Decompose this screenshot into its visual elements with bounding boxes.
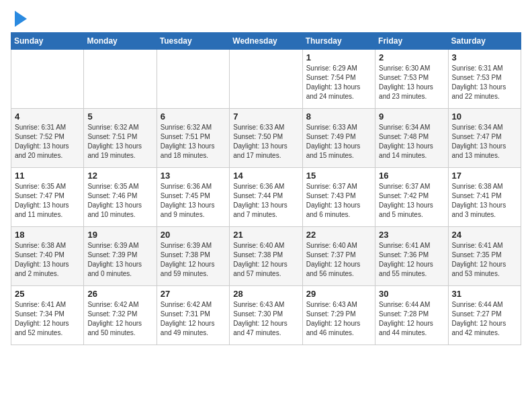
day-info: Sunrise: 6:40 AM Sunset: 7:38 PM Dayligh… [233,241,298,279]
day-info: Sunrise: 6:44 AM Sunset: 7:27 PM Dayligh… [452,300,517,338]
calendar-cell: 1Sunrise: 6:29 AM Sunset: 7:54 PM Daylig… [302,50,375,109]
day-info: Sunrise: 6:34 AM Sunset: 7:48 PM Dayligh… [379,123,444,161]
day-info: Sunrise: 6:38 AM Sunset: 7:41 PM Dayligh… [452,182,517,220]
calendar-cell: 31Sunrise: 6:44 AM Sunset: 7:27 PM Dayli… [448,286,521,345]
day-number: 27 [161,289,226,299]
day-info: Sunrise: 6:34 AM Sunset: 7:47 PM Dayligh… [452,123,517,161]
day-info: Sunrise: 6:35 AM Sunset: 7:46 PM Dayligh… [87,182,152,220]
day-info: Sunrise: 6:41 AM Sunset: 7:35 PM Dayligh… [452,241,517,279]
week-row-1: 4Sunrise: 6:31 AM Sunset: 7:52 PM Daylig… [11,109,521,168]
day-info: Sunrise: 6:33 AM Sunset: 7:50 PM Dayligh… [233,123,298,161]
day-number: 10 [452,111,517,122]
calendar-cell: 3Sunrise: 6:31 AM Sunset: 7:53 PM Daylig… [448,50,521,109]
day-number: 7 [233,111,298,122]
calendar-table: SundayMondayTuesdayWednesdayThursdayFrid… [11,32,521,345]
calendar-cell: 30Sunrise: 6:44 AM Sunset: 7:28 PM Dayli… [375,286,448,345]
day-number: 16 [379,171,444,181]
calendar-cell: 2Sunrise: 6:30 AM Sunset: 7:53 PM Daylig… [375,50,448,109]
day-number: 17 [452,171,517,181]
day-number: 21 [233,230,298,240]
day-info: Sunrise: 6:37 AM Sunset: 7:42 PM Dayligh… [379,182,444,220]
calendar-cell: 19Sunrise: 6:39 AM Sunset: 7:39 PM Dayli… [84,227,157,286]
calendar-cell: 20Sunrise: 6:39 AM Sunset: 7:38 PM Dayli… [157,227,229,286]
week-row-0: 1Sunrise: 6:29 AM Sunset: 7:54 PM Daylig… [11,50,521,109]
day-number: 28 [233,289,298,299]
day-number: 4 [15,111,80,122]
page-header [11,11,521,27]
day-info: Sunrise: 6:43 AM Sunset: 7:30 PM Dayligh… [233,300,298,338]
day-info: Sunrise: 6:40 AM Sunset: 7:37 PM Dayligh… [306,241,371,279]
day-info: Sunrise: 6:31 AM Sunset: 7:53 PM Dayligh… [452,64,517,101]
logo [11,11,27,27]
calendar-body: 1Sunrise: 6:29 AM Sunset: 7:54 PM Daylig… [11,50,521,345]
day-number: 25 [15,289,80,299]
day-info: Sunrise: 6:42 AM Sunset: 7:32 PM Dayligh… [87,300,152,338]
day-info: Sunrise: 6:38 AM Sunset: 7:40 PM Dayligh… [15,241,80,279]
day-info: Sunrise: 6:31 AM Sunset: 7:52 PM Dayligh… [15,123,80,161]
calendar-cell [11,50,84,109]
day-number: 6 [161,111,226,122]
calendar-cell: 10Sunrise: 6:34 AM Sunset: 7:47 PM Dayli… [448,109,521,168]
day-number: 12 [87,171,152,181]
day-number: 24 [452,230,517,240]
calendar-cell: 25Sunrise: 6:41 AM Sunset: 7:34 PM Dayli… [11,286,84,345]
header-day-wednesday: Wednesday [230,33,302,50]
calendar-cell: 8Sunrise: 6:33 AM Sunset: 7:49 PM Daylig… [302,109,375,168]
calendar-cell [84,50,157,109]
day-info: Sunrise: 6:39 AM Sunset: 7:38 PM Dayligh… [161,241,226,279]
header-row: SundayMondayTuesdayWednesdayThursdayFrid… [11,33,521,50]
calendar-cell: 21Sunrise: 6:40 AM Sunset: 7:38 PM Dayli… [230,227,302,286]
calendar-cell: 26Sunrise: 6:42 AM Sunset: 7:32 PM Dayli… [84,286,157,345]
week-row-3: 18Sunrise: 6:38 AM Sunset: 7:40 PM Dayli… [11,227,521,286]
day-info: Sunrise: 6:44 AM Sunset: 7:28 PM Dayligh… [379,300,444,338]
day-number: 20 [161,230,226,240]
day-info: Sunrise: 6:30 AM Sunset: 7:53 PM Dayligh… [379,64,444,101]
day-info: Sunrise: 6:43 AM Sunset: 7:29 PM Dayligh… [306,300,371,338]
calendar-cell [230,50,302,109]
calendar-cell: 7Sunrise: 6:33 AM Sunset: 7:50 PM Daylig… [230,109,302,168]
day-info: Sunrise: 6:35 AM Sunset: 7:47 PM Dayligh… [15,182,80,220]
day-number: 22 [306,230,371,240]
day-number: 1 [306,52,371,62]
day-info: Sunrise: 6:36 AM Sunset: 7:44 PM Dayligh… [233,182,298,220]
day-number: 13 [161,171,226,181]
day-info: Sunrise: 6:39 AM Sunset: 7:39 PM Dayligh… [87,241,152,279]
calendar-cell: 11Sunrise: 6:35 AM Sunset: 7:47 PM Dayli… [11,168,84,227]
calendar-cell: 18Sunrise: 6:38 AM Sunset: 7:40 PM Dayli… [11,227,84,286]
day-info: Sunrise: 6:42 AM Sunset: 7:31 PM Dayligh… [161,300,226,338]
calendar-cell: 6Sunrise: 6:32 AM Sunset: 7:51 PM Daylig… [157,109,229,168]
calendar-cell: 29Sunrise: 6:43 AM Sunset: 7:29 PM Dayli… [302,286,375,345]
calendar-cell: 27Sunrise: 6:42 AM Sunset: 7:31 PM Dayli… [157,286,229,345]
calendar-cell: 14Sunrise: 6:36 AM Sunset: 7:44 PM Dayli… [230,168,302,227]
header-day-tuesday: Tuesday [157,33,229,50]
day-number: 15 [306,171,371,181]
header-day-sunday: Sunday [11,33,84,50]
day-number: 19 [87,230,152,240]
calendar-cell: 9Sunrise: 6:34 AM Sunset: 7:48 PM Daylig… [375,109,448,168]
header-day-monday: Monday [84,33,157,50]
calendar-cell: 17Sunrise: 6:38 AM Sunset: 7:41 PM Dayli… [448,168,521,227]
day-number: 29 [306,289,371,299]
calendar-cell [157,50,229,109]
day-number: 3 [452,52,517,62]
calendar-cell: 13Sunrise: 6:36 AM Sunset: 7:45 PM Dayli… [157,168,229,227]
week-row-2: 11Sunrise: 6:35 AM Sunset: 7:47 PM Dayli… [11,168,521,227]
day-number: 18 [15,230,80,240]
day-number: 11 [15,171,80,181]
day-number: 2 [379,52,444,62]
day-number: 8 [306,111,371,122]
day-info: Sunrise: 6:32 AM Sunset: 7:51 PM Dayligh… [161,123,226,161]
day-number: 9 [379,111,444,122]
day-number: 26 [87,289,152,299]
calendar-cell: 28Sunrise: 6:43 AM Sunset: 7:30 PM Dayli… [230,286,302,345]
day-number: 14 [233,171,298,181]
calendar-cell: 5Sunrise: 6:32 AM Sunset: 7:51 PM Daylig… [84,109,157,168]
day-info: Sunrise: 6:32 AM Sunset: 7:51 PM Dayligh… [87,123,152,161]
calendar-cell: 23Sunrise: 6:41 AM Sunset: 7:36 PM Dayli… [375,227,448,286]
day-info: Sunrise: 6:33 AM Sunset: 7:49 PM Dayligh… [306,123,371,161]
calendar-header: SundayMondayTuesdayWednesdayThursdayFrid… [11,33,521,50]
week-row-4: 25Sunrise: 6:41 AM Sunset: 7:34 PM Dayli… [11,286,521,345]
calendar-cell: 15Sunrise: 6:37 AM Sunset: 7:43 PM Dayli… [302,168,375,227]
header-day-friday: Friday [375,33,448,50]
day-number: 23 [379,230,444,240]
